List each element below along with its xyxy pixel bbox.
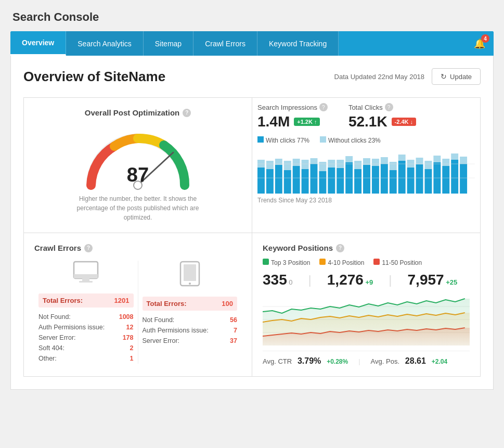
tablet-server-error: Server Error: 37 bbox=[143, 336, 238, 346]
kw-metric-11to50: 7,957 +25 bbox=[408, 272, 458, 288]
kw-legend: Top 3 Position 4-10 Position 11-50 Posit… bbox=[263, 259, 470, 266]
svg-rect-27 bbox=[363, 165, 370, 194]
svg-rect-40 bbox=[416, 158, 423, 164]
nav-item-keyword-tracking[interactable]: Keyword Tracking bbox=[257, 31, 339, 56]
svg-rect-18 bbox=[319, 162, 326, 171]
svg-rect-42 bbox=[424, 161, 432, 169]
svg-rect-25 bbox=[354, 169, 361, 194]
overview-header: Overview of SiteName Data Updated 22nd M… bbox=[23, 68, 481, 85]
svg-rect-10 bbox=[284, 161, 291, 170]
desktop-icon bbox=[38, 261, 134, 288]
kw-dot-green bbox=[263, 259, 269, 265]
svg-rect-4 bbox=[257, 160, 265, 168]
data-updated-text: Data Updated 22nd May 2018 bbox=[334, 73, 424, 81]
svg-rect-55 bbox=[74, 274, 98, 278]
svg-rect-32 bbox=[381, 157, 388, 164]
svg-rect-9 bbox=[284, 170, 291, 194]
svg-rect-49 bbox=[460, 164, 467, 194]
svg-rect-29 bbox=[372, 166, 379, 194]
impressions-badge: +1.2K ↑ bbox=[294, 118, 320, 126]
gauge-svg: 87 bbox=[81, 125, 195, 193]
overview-meta: Data Updated 22nd May 2018 ↻ Update bbox=[334, 68, 481, 85]
kw-metrics-row: 335 0 | 1,276 +9 | 7,957 +25 bbox=[263, 272, 470, 288]
svg-rect-46 bbox=[442, 159, 449, 166]
gauge-title: Overall Post Optimization ? bbox=[34, 108, 241, 117]
svg-rect-36 bbox=[398, 155, 406, 161]
svg-rect-7 bbox=[275, 165, 282, 194]
kw-dot-red bbox=[373, 259, 380, 265]
impressions-cell: Search Impressions ? 1.4M +1.2K ↑ Total … bbox=[252, 98, 480, 233]
svg-rect-48 bbox=[451, 153, 458, 160]
crawl-cell: Crawl Errors ? bbox=[24, 233, 252, 376]
svg-rect-41 bbox=[424, 169, 432, 194]
main-content: Overview of SiteName Data Updated 22nd M… bbox=[10, 56, 494, 390]
kw-metric-top3: 335 0 bbox=[263, 272, 293, 288]
svg-rect-38 bbox=[407, 160, 415, 168]
crawl-desktop: Total Errors: 1201 Not Found: 1008 Auth … bbox=[34, 261, 138, 364]
dashboard-grid: Overall Post Optimization ? bbox=[23, 97, 481, 377]
crawl-title: Crawl Errors ? bbox=[34, 244, 241, 252]
svg-rect-6 bbox=[266, 161, 274, 169]
svg-rect-20 bbox=[328, 160, 335, 168]
svg-rect-57 bbox=[79, 281, 93, 283]
svg-rect-19 bbox=[328, 168, 335, 194]
keyword-cell: Keyword Positions ? Top 3 Position 4-10 … bbox=[252, 233, 480, 376]
tablet-auth: Auth Permisions issue: 7 bbox=[143, 325, 238, 336]
svg-rect-35 bbox=[398, 161, 406, 194]
overview-title: Overview of SiteName bbox=[23, 69, 165, 85]
impressions-metric: Search Impressions ? 1.4M +1.2K ↑ bbox=[257, 103, 328, 130]
svg-rect-5 bbox=[266, 169, 274, 194]
svg-rect-14 bbox=[302, 160, 309, 169]
svg-rect-34 bbox=[390, 162, 397, 170]
refresh-icon: ↻ bbox=[441, 72, 447, 81]
desktop-server-error: Server Error: 178 bbox=[38, 332, 134, 343]
chart-legend: With clicks 77% Without clicks 23% bbox=[257, 136, 475, 144]
nav-item-crawl-errors[interactable]: Crawl Errors bbox=[193, 31, 257, 56]
desktop-error-rows: Not Found: 1008 Auth Permisions issue: 1… bbox=[38, 312, 134, 364]
legend-light-dot bbox=[320, 136, 326, 143]
gauge-cell: Overall Post Optimization ? bbox=[24, 98, 252, 233]
svg-rect-16 bbox=[311, 158, 318, 164]
svg-rect-12 bbox=[293, 159, 300, 166]
page-wrapper: Search Console Overview Search Analytics… bbox=[0, 0, 504, 400]
kw-metric-4to10: 1,276 +9 bbox=[327, 272, 373, 288]
svg-text:87: 87 bbox=[127, 164, 149, 186]
bell-badge: 4 bbox=[481, 34, 489, 43]
clicks-badge: -2.4K ↓ bbox=[392, 118, 416, 126]
crawl-help-icon[interactable]: ? bbox=[84, 244, 93, 252]
clicks-help-icon[interactable]: ? bbox=[385, 103, 393, 111]
metrics-row: Search Impressions ? 1.4M +1.2K ↑ Total … bbox=[257, 103, 475, 130]
update-button[interactable]: ↻ Update bbox=[432, 68, 481, 85]
crawl-tablet: Total Errors: 100 Not Found: 56 Auth Per… bbox=[138, 261, 242, 364]
svg-rect-37 bbox=[407, 168, 415, 194]
desktop-not-found: Not Found: 1008 bbox=[38, 312, 134, 322]
svg-rect-44 bbox=[433, 156, 441, 162]
svg-rect-47 bbox=[451, 160, 458, 194]
impressions-value: 1.4M +1.2K ↑ bbox=[257, 113, 328, 130]
tablet-not-found: Not Found: 56 bbox=[143, 315, 238, 325]
svg-rect-30 bbox=[372, 159, 379, 166]
nav-spacer bbox=[339, 31, 466, 56]
tablet-error-rows: Not Found: 56 Auth Permisions issue: 7 S… bbox=[143, 315, 238, 346]
nav-item-search-analytics[interactable]: Search Analytics bbox=[66, 31, 144, 56]
svg-rect-39 bbox=[416, 164, 423, 194]
svg-rect-45 bbox=[442, 166, 449, 194]
tablet-total-errors: Total Errors: 100 bbox=[143, 297, 238, 311]
desktop-soft-404: Soft 404: 2 bbox=[38, 343, 134, 353]
kw-footer: Avg. CTR 3.79% +0.28% | Avg. Pos. 28.61 … bbox=[263, 351, 470, 366]
svg-rect-15 bbox=[311, 164, 318, 194]
tablet-icon bbox=[143, 261, 238, 291]
svg-rect-50 bbox=[460, 157, 467, 164]
impressions-help-icon[interactable]: ? bbox=[319, 103, 328, 111]
nav-item-sitemap[interactable]: Sitemap bbox=[144, 31, 193, 56]
notification-bell[interactable]: 🔔 4 bbox=[466, 31, 494, 56]
bar-chart-svg bbox=[257, 149, 475, 194]
pos-label: Avg. Pos. 28.61 +2.04 bbox=[371, 356, 448, 366]
nav-item-overview[interactable]: Overview bbox=[10, 31, 66, 56]
keyword-help-icon[interactable]: ? bbox=[336, 244, 344, 252]
page-title: Search Console bbox=[10, 10, 494, 24]
clicks-metric: Total Clicks ? 52.1K -2.4K ↓ bbox=[348, 103, 416, 130]
gauge-help-icon[interactable]: ? bbox=[183, 109, 191, 117]
kw-dot-yellow bbox=[319, 259, 326, 265]
line-chart-svg bbox=[263, 293, 470, 345]
